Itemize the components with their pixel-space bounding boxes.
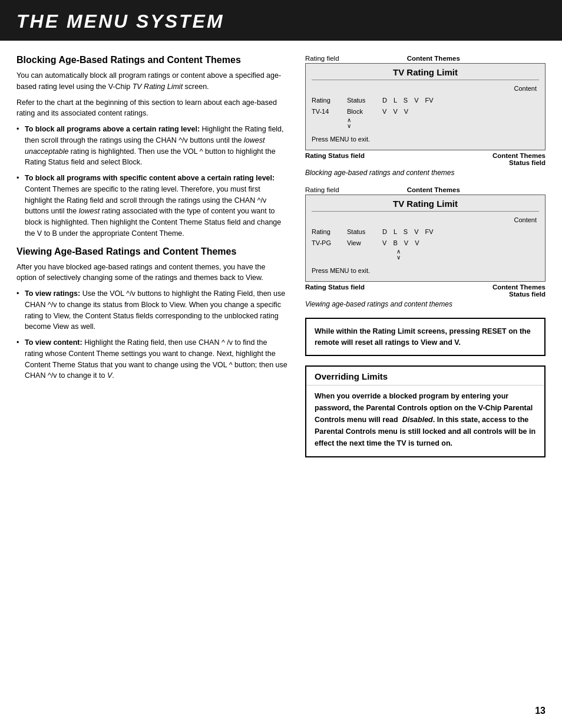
- content-area: Blocking Age-Based Ratings and Content T…: [0, 55, 562, 467]
- diagram1-content-themes-label: Content Themes: [407, 55, 460, 62]
- diagram2-title: TV Rating Limit: [312, 199, 539, 212]
- diagram1-col-fv: FV: [425, 97, 434, 104]
- diagram1-row-s: V: [404, 108, 408, 115]
- diagram1-col-v: V: [414, 97, 418, 104]
- diagram1-col-l: L: [394, 97, 397, 104]
- diagram2-data-row: TV-PG View V B V V ∧∨: [312, 238, 539, 262]
- diagram2-row-rating: TV-PG: [312, 238, 347, 249]
- diagram2-box: TV Rating Limit Content Rating Status D: [305, 195, 546, 282]
- bullet-item: To block all programs above a certain ra…: [16, 124, 287, 168]
- bullet-item: To view ratings: Use the VOL ^/v buttons…: [16, 288, 287, 332]
- diagram2-caption: Viewing age-based ratings and content th…: [305, 300, 546, 308]
- page-number: 13: [535, 706, 546, 716]
- diagram2-container: Rating field Content Themes TV Rating Li…: [305, 186, 546, 308]
- info-box-reset: While within the Rating Limit screens, p…: [305, 318, 546, 357]
- diagram1-col-d: D: [382, 97, 387, 104]
- diagram1-content-themes-status-label: Content ThemesStatus field: [492, 152, 546, 166]
- section-blocking: Blocking Age-Based Ratings and Content T…: [16, 55, 287, 239]
- section-viewing-bullets: To view ratings: Use the VOL ^/v buttons…: [16, 288, 287, 381]
- diagram2-col-l: L: [394, 228, 397, 235]
- diagram2-content-themes-label: Content Themes: [407, 186, 460, 193]
- diagram2-col-s: S: [404, 228, 408, 235]
- diagram1-box: TV Rating Limit Content Rating Status D: [305, 63, 546, 150]
- right-column: Rating field Content Themes TV Rating Li…: [305, 55, 546, 467]
- diagram2-rating-status-label: Rating Status field: [305, 284, 365, 298]
- diagram2-col-rating: Rating: [312, 227, 347, 238]
- info-box-overriding-heading: Overriding Limits: [306, 367, 544, 386]
- diagram1-container: Rating field Content Themes TV Rating Li…: [305, 55, 546, 177]
- diagram2-rating-field-label: Rating field: [305, 186, 339, 193]
- diagram1-col-status: Status: [347, 95, 382, 106]
- diagram1-labels-top: Rating field Content Themes: [305, 55, 546, 62]
- diagram2-col-fv: FV: [425, 228, 434, 235]
- diagram2-row-l: B: [393, 239, 397, 246]
- diagram1-col-content: D L S V FV: [382, 95, 539, 106]
- diagram1-row-l: V: [393, 108, 397, 115]
- diagram2-col-headers: Rating Status D L S V FV: [312, 227, 539, 238]
- info-box-overriding: Overriding Limits When you override a bl…: [305, 365, 546, 457]
- diagram2-col-status: Status: [347, 227, 382, 238]
- section-blocking-bullets: To block all programs above a certain ra…: [16, 124, 287, 239]
- diagram2-labels-bottom: Rating Status field Content ThemesStatus…: [305, 284, 546, 298]
- diagram2-inner: Content Rating Status D L S V FV: [312, 215, 539, 276]
- diagram1-inner: Content Rating Status D L S V FV: [312, 84, 539, 145]
- section-viewing: Viewing Age-Based Ratings and Content Th…: [16, 246, 287, 382]
- diagram2-row-status: View: [347, 238, 382, 249]
- diagram1-caption: Blocking age-based ratings and content t…: [305, 169, 546, 177]
- section-blocking-heading: Blocking Age-Based Ratings and Content T…: [16, 55, 287, 65]
- diagram1-header-row: Content: [312, 84, 539, 94]
- diagram1-col-headers: Rating Status D L S V FV: [312, 95, 539, 106]
- diagram1-row-content: V V V: [382, 107, 539, 117]
- bullet-item: To block all programs with specific cont…: [16, 173, 287, 239]
- info-box-reset-text: While within the Rating Limit screens, p…: [315, 327, 531, 347]
- diagram1-rating-status-label: Rating Status field: [305, 152, 365, 166]
- section-viewing-para1: After you have blocked age-based ratings…: [16, 262, 287, 284]
- diagram2-header-row: Content: [312, 215, 539, 226]
- bullet-item: To view content: Highlight the Rating fi…: [16, 337, 287, 381]
- section-viewing-heading: Viewing Age-Based Ratings and Content Th…: [16, 246, 287, 257]
- diagram2-row-d: V: [382, 239, 386, 246]
- diagram2-col-d: D: [382, 228, 387, 235]
- left-column: Blocking Age-Based Ratings and Content T…: [16, 55, 305, 467]
- section-blocking-para2: Refer to the chart at the beginning of t…: [16, 97, 287, 120]
- page-title: THE MENU SYSTEM: [16, 11, 546, 32]
- diagram2-content-themes-status-label: Content ThemesStatus field: [492, 284, 546, 298]
- diagram2-col-content: D L S V FV: [382, 227, 539, 238]
- diagram2-content-header: Content: [514, 216, 537, 223]
- diagram1-col-rating: Rating: [312, 95, 347, 106]
- diagram2-row-v: V: [415, 239, 419, 246]
- diagram1-col-s: S: [404, 97, 408, 104]
- diagram1-labels-bottom: Rating Status field Content ThemesStatus…: [305, 152, 546, 166]
- diagram1-rating-field-label: Rating field: [305, 55, 339, 62]
- info-box-overriding-body: When you override a blocked program by e…: [306, 390, 544, 449]
- diagram1-row-d: V: [382, 108, 386, 115]
- diagram2-row-s: V: [404, 239, 408, 246]
- diagram1-content-header: Content: [514, 85, 537, 92]
- diagram2-col-v: V: [414, 228, 418, 235]
- diagram2-row-content: V B V V ∧∨: [382, 238, 539, 262]
- diagram1-title: TV Rating Limit: [312, 67, 539, 80]
- diagram2-arrow: ∧∨: [396, 249, 401, 261]
- diagram1-data-row: TV-14 Block ∧∨ V V V: [312, 107, 539, 131]
- page-header: THE MENU SYSTEM: [0, 0, 562, 41]
- section-blocking-para1: You can automatically block all program …: [16, 70, 287, 93]
- diagram1-row-status: Block ∧∨: [347, 107, 382, 131]
- diagram1-row-rating: TV-14: [312, 107, 347, 117]
- diagram2-labels-top: Rating field Content Themes: [305, 186, 546, 193]
- diagram1-arrow: ∧∨: [347, 117, 351, 129]
- diagram2-exit: Press MENU to exit.: [312, 266, 539, 276]
- diagram1-exit: Press MENU to exit.: [312, 134, 539, 145]
